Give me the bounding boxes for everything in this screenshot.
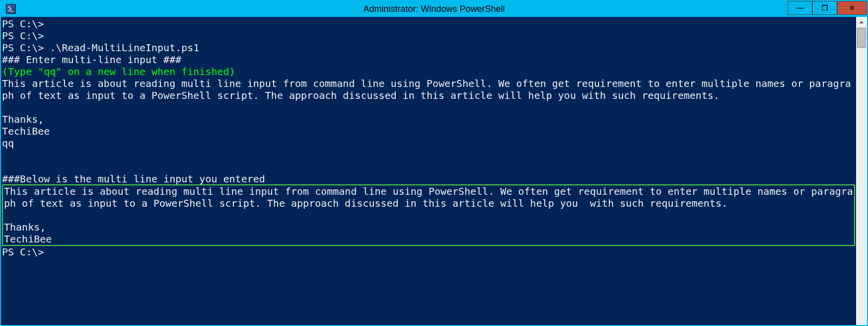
scroll-thumb[interactable] (857, 28, 866, 48)
output-thanks: Thanks, (4, 221, 46, 233)
command-line: PS C:\> .\Read-MultiLineInput.ps1 (2, 42, 199, 54)
prompt-line: PS C:\> (2, 30, 44, 42)
window-controls: — ❐ ✕ (788, 1, 867, 17)
maximize-button[interactable]: ❐ (812, 1, 837, 15)
prompt-line: PS C:\> (2, 246, 44, 258)
powershell-window: Administrator: Windows PowerShell — ❐ ✕ … (0, 0, 868, 326)
user-input-thanks: Thanks, (2, 113, 44, 125)
input-hint: (Type "qq" on a new line when finished) (2, 66, 235, 78)
scroll-up-icon[interactable] (856, 17, 867, 28)
prompt-line: PS C:\> (2, 18, 44, 30)
output-header: ###Below is the multi line input you ent… (2, 173, 265, 185)
titlebar[interactable]: Administrator: Windows PowerShell — ❐ ✕ (1, 1, 867, 17)
output-text: This article is about reading multi line… (4, 185, 853, 209)
window-title: Administrator: Windows PowerShell (363, 4, 505, 14)
vertical-scrollbar[interactable] (856, 17, 867, 325)
output-highlight-box: This article is about reading multi line… (2, 184, 855, 246)
console-area: PS C:\> PS C:\> PS C:\> .\Read-MultiLine… (1, 17, 867, 325)
user-input-terminator: qq (2, 137, 14, 149)
output-signature: TechiBee (4, 233, 52, 245)
powershell-icon (6, 4, 16, 14)
minimize-button[interactable]: — (788, 1, 812, 15)
user-input-signature: TechiBee (2, 125, 50, 137)
close-button[interactable]: ✕ (837, 1, 867, 15)
input-header: ### Enter multi-line input ### (2, 54, 181, 66)
terminal-output[interactable]: PS C:\> PS C:\> PS C:\> .\Read-MultiLine… (1, 17, 856, 325)
user-input-text: This article is about reading multi line… (2, 78, 851, 101)
